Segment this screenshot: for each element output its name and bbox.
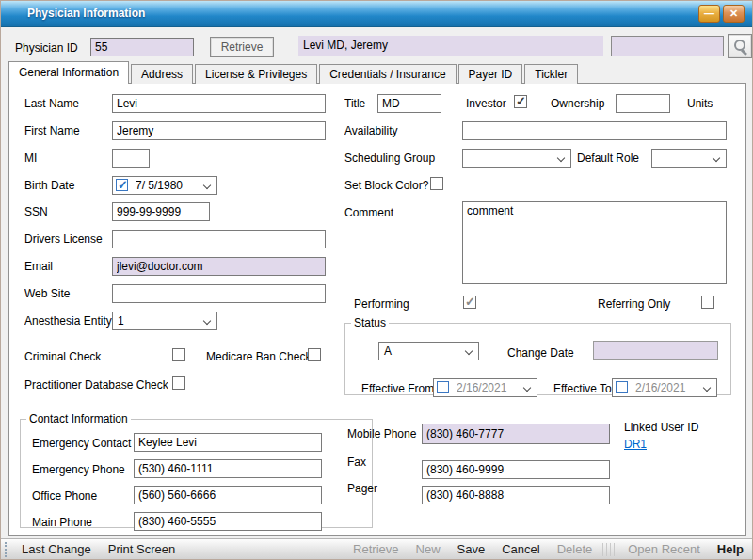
chevron-down-icon <box>203 317 211 325</box>
referring-only-checkbox[interactable] <box>701 296 714 309</box>
toolbar-grip-icon <box>5 542 8 557</box>
cancel-button[interactable]: Cancel <box>493 542 548 556</box>
availability-input[interactable] <box>462 121 727 140</box>
web-site-label: Web Site <box>24 287 70 300</box>
chevron-down-icon <box>523 384 531 392</box>
help-button[interactable]: Help <box>709 542 752 556</box>
mi-input[interactable] <box>112 149 150 168</box>
chevron-down-icon <box>465 347 473 355</box>
effective-from-checkbox[interactable] <box>437 381 449 393</box>
physician-id-input[interactable] <box>90 38 194 56</box>
tab-payer-id[interactable]: Payer ID <box>458 64 523 84</box>
practitioner-database-check-label: Practitioner Database Check <box>24 378 168 392</box>
contact-information-group-label: Contact Information <box>26 412 131 425</box>
retrieve-footer-button[interactable]: Retrieve <box>344 542 407 556</box>
comment-label: Comment <box>344 206 393 219</box>
contact-information-groupbox: Contact Information Emergency Contact Em… <box>20 412 373 528</box>
units-label: Units <box>687 97 713 110</box>
medicare-ban-check-label: Medicare Ban Check <box>206 350 311 363</box>
emergency-phone-input[interactable] <box>134 459 322 478</box>
print-screen-button[interactable]: Print Screen <box>100 542 184 556</box>
scheduling-group-label: Scheduling Group <box>344 152 435 165</box>
tab-address[interactable]: Address <box>131 64 193 84</box>
effective-to-label: Effective To <box>553 382 612 395</box>
last-name-label: Last Name <box>24 97 79 110</box>
close-button[interactable]: ✕ <box>723 5 745 23</box>
birth-date-value: 7/ 5/1980 <box>136 179 183 192</box>
default-role-select[interactable] <box>651 149 727 168</box>
performing-checkbox[interactable] <box>463 296 476 309</box>
effective-to-value: 2/16/2021 <box>635 381 685 394</box>
last-name-input[interactable] <box>112 94 326 113</box>
ssn-label: SSN <box>24 205 48 218</box>
effective-to-picker[interactable]: 2/16/2021 <box>612 378 717 397</box>
search-button[interactable] <box>728 34 752 58</box>
main-phone-label: Main Phone <box>32 516 92 529</box>
status-groupbox: Status A Change Date Effective From 2/16… <box>344 316 731 395</box>
ownership-input[interactable] <box>616 94 670 113</box>
fax-label: Fax <box>347 456 366 469</box>
retrieve-button[interactable]: Retrieve <box>210 37 274 57</box>
emergency-contact-input[interactable] <box>134 433 322 452</box>
web-site-input[interactable] <box>112 284 326 303</box>
bottom-toolbar: Last Change Print Screen Retrieve New Sa… <box>1 538 752 559</box>
main-phone-input[interactable] <box>134 512 322 531</box>
title-input[interactable] <box>377 94 441 113</box>
pager-input[interactable] <box>422 486 610 504</box>
emergency-phone-label: Emergency Phone <box>32 463 125 476</box>
drivers-license-input[interactable] <box>112 230 326 248</box>
tab-tickler[interactable]: Tickler <box>524 64 578 84</box>
medicare-ban-check-checkbox[interactable] <box>308 348 321 361</box>
physician-id-label: Physician ID <box>15 41 78 55</box>
practitioner-database-check-checkbox[interactable] <box>172 376 185 390</box>
set-block-color-checkbox[interactable] <box>430 177 443 190</box>
birth-date-picker[interactable]: 7/ 5/1980 <box>112 176 217 195</box>
investor-label: Investor <box>466 97 506 110</box>
criminal-check-checkbox[interactable] <box>172 348 185 361</box>
comment-textarea[interactable]: comment <box>462 201 727 284</box>
new-button[interactable]: New <box>408 542 449 556</box>
effective-to-checkbox[interactable] <box>616 381 628 393</box>
open-recent-button[interactable]: Open Recent <box>619 542 709 556</box>
tab-general-information[interactable]: General Information <box>8 61 129 84</box>
linked-user-id-link[interactable]: DR1 <box>624 438 647 451</box>
scheduling-group-select[interactable] <box>462 149 571 168</box>
office-phone-label: Office Phone <box>32 489 97 503</box>
delete-button[interactable]: Delete <box>549 542 601 556</box>
tab-license-privileges[interactable]: License & Privileges <box>195 64 317 84</box>
anesthesia-entity-label: Anesthesia Entity <box>24 314 112 328</box>
status-select[interactable]: A <box>378 342 479 360</box>
set-block-color-label: Set Block Color? <box>344 179 428 192</box>
email-label: Email <box>24 260 53 273</box>
fax-input[interactable] <box>422 460 610 479</box>
last-change-button[interactable]: Last Change <box>13 542 100 556</box>
emergency-contact-label: Emergency Contact <box>32 437 131 450</box>
mobile-phone-input[interactable] <box>422 424 610 444</box>
tab-credentials-insurance[interactable]: Credentials / Insurance <box>319 64 456 84</box>
chevron-down-icon <box>557 154 565 162</box>
birth-date-checkbox[interactable] <box>116 179 128 191</box>
chevron-down-icon <box>203 182 211 189</box>
email-input[interactable] <box>112 257 326 276</box>
aux-display-field <box>611 36 724 56</box>
first-name-input[interactable] <box>112 121 326 140</box>
effective-from-picker[interactable]: 2/16/2021 <box>433 378 537 397</box>
performing-label: Performing <box>354 297 409 311</box>
linked-user-id-label: Linked User ID <box>624 421 698 434</box>
title-bar: Physician Information — ✕ <box>1 1 752 27</box>
save-button[interactable]: Save <box>449 542 494 556</box>
anesthesia-entity-value: 1 <box>118 314 124 328</box>
referring-only-label: Referring Only <box>598 297 670 311</box>
magnifier-icon <box>734 40 747 53</box>
office-phone-input[interactable] <box>134 486 322 504</box>
anesthesia-entity-select[interactable]: 1 <box>112 312 217 330</box>
chevron-down-icon <box>703 384 711 392</box>
investor-checkbox[interactable] <box>514 95 527 108</box>
title-label: Title <box>344 97 365 110</box>
default-role-label: Default Role <box>577 152 639 165</box>
first-name-label: First Name <box>24 124 80 137</box>
ssn-input[interactable] <box>112 202 210 221</box>
minimize-button[interactable]: — <box>698 5 720 23</box>
drivers-license-label: Drivers License <box>24 232 103 246</box>
birth-date-label: Birth Date <box>24 179 74 192</box>
